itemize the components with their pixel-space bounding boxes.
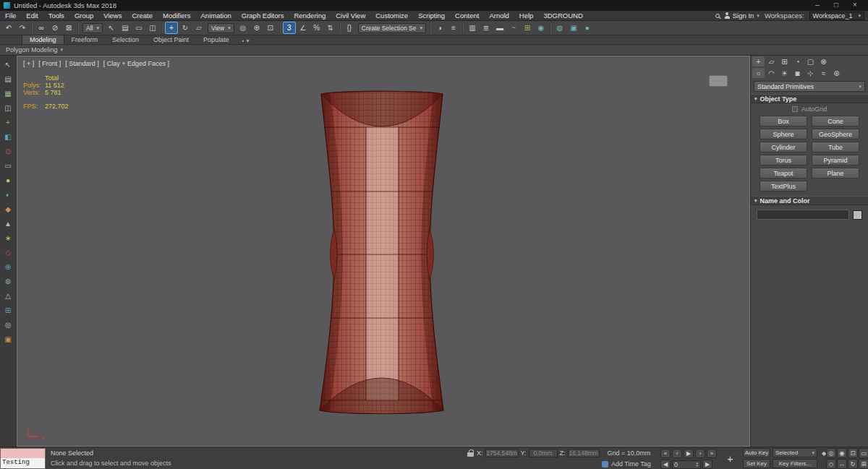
schematic-view-button[interactable]: ⊞ bbox=[521, 22, 534, 34]
menu-arnold[interactable]: Arnold bbox=[484, 11, 514, 20]
tab-create[interactable]: + bbox=[752, 56, 765, 66]
frame-spinner[interactable]: ▲▼ bbox=[696, 462, 699, 468]
previous-key-button[interactable]: ◀ bbox=[660, 460, 671, 469]
left-toolbar-button-20[interactable]: ▣ bbox=[2, 333, 14, 345]
unlink-selection-button[interactable]: ⊘ bbox=[48, 22, 61, 34]
go-to-end-button[interactable]: » bbox=[707, 449, 717, 458]
menu-civil-view[interactable]: Civil View bbox=[331, 11, 370, 20]
menu-rendering[interactable]: Rendering bbox=[289, 11, 331, 20]
scene-object-wireframe[interactable] bbox=[315, 87, 449, 419]
toggle-ribbon-button[interactable]: ▬ bbox=[493, 22, 506, 34]
ribbon-tab-selection[interactable]: Selection bbox=[105, 35, 146, 44]
maxscript-mini-listener[interactable]: Testing for bbox=[0, 448, 46, 469]
next-key-button[interactable]: ▶ bbox=[702, 460, 712, 469]
zoom-all-button[interactable]: ◉ bbox=[837, 448, 847, 458]
category-helpers[interactable]: ⊹ bbox=[804, 68, 817, 78]
key-filters-button[interactable]: Key Filters... bbox=[773, 459, 817, 468]
cone-button[interactable]: Cone bbox=[812, 116, 859, 126]
sphere-button[interactable]: Sphere bbox=[760, 129, 807, 139]
x-coordinate-field[interactable]: 2754,548m bbox=[485, 449, 519, 457]
viewport-menu-render-level[interactable]: [ Standard ] bbox=[65, 60, 99, 67]
viewport-menu-pov[interactable]: [ Front ] bbox=[38, 60, 61, 67]
menu-group[interactable]: Group bbox=[69, 11, 98, 20]
zoom-region-button[interactable]: ▭ bbox=[859, 448, 868, 458]
maximize-button[interactable]: □ bbox=[827, 0, 846, 11]
ribbon-config-icon[interactable]: ▪ bbox=[242, 38, 244, 44]
left-toolbar-button-13[interactable]: ∗ bbox=[2, 232, 14, 244]
listener-line[interactable]: Testing for bbox=[1, 458, 45, 468]
set-key-button[interactable]: Set Key bbox=[743, 459, 770, 468]
ribbon-tab-object-paint[interactable]: Object Paint bbox=[146, 35, 196, 44]
bind-to-space-warp-button[interactable]: ⊠ bbox=[62, 22, 75, 34]
selection-filter-dropdown[interactable]: All bbox=[82, 23, 103, 33]
spinner-snap-toggle[interactable]: ⇅ bbox=[324, 22, 337, 34]
angle-snap-toggle[interactable]: ∠ bbox=[297, 22, 310, 34]
left-toolbar-button-18[interactable]: ⊞ bbox=[2, 304, 14, 317]
select-and-link-button[interactable]: ∞ bbox=[35, 22, 48, 34]
use-center-button[interactable]: ◎ bbox=[237, 22, 250, 34]
select-and-move-button[interactable]: + bbox=[165, 22, 178, 34]
previous-frame-button[interactable]: ‹ bbox=[672, 449, 682, 458]
menu-graph-editors[interactable]: Graph Editors bbox=[237, 11, 289, 20]
ribbon-tab-modeling[interactable]: Modeling bbox=[22, 35, 64, 44]
cylinder-button[interactable]: Cylinder bbox=[760, 142, 807, 152]
menu-help[interactable]: Help bbox=[514, 11, 539, 20]
select-and-scale-button[interactable]: ▱ bbox=[192, 22, 205, 34]
workspace-dropdown[interactable]: Workspace_1 ▾ bbox=[809, 12, 864, 20]
rollout-name-and-color[interactable]: ▾ Name and Color bbox=[751, 196, 868, 205]
auto-key-button[interactable]: Auto Key bbox=[743, 448, 770, 457]
zoom-extents-button[interactable]: ⊡ bbox=[848, 448, 858, 458]
render-production-button[interactable]: ● bbox=[581, 22, 594, 34]
left-toolbar-button-17[interactable]: △ bbox=[2, 290, 14, 302]
tab-modify[interactable]: ▱ bbox=[765, 56, 778, 66]
field-of-view-button[interactable]: ◇ bbox=[826, 459, 836, 469]
window-crossing-toggle[interactable]: ◫ bbox=[146, 22, 159, 34]
align-button[interactable]: ≡ bbox=[447, 22, 460, 34]
pyramid-button[interactable]: Pyramid bbox=[812, 155, 859, 165]
menu-scripting[interactable]: Scripting bbox=[413, 11, 450, 20]
reference-coordinate-dropdown[interactable]: View bbox=[208, 23, 234, 33]
minimize-button[interactable]: – bbox=[808, 0, 827, 11]
absolute-offset-toggle[interactable]: + bbox=[723, 452, 737, 465]
left-toolbar-button-02[interactable]: ▤ bbox=[2, 73, 14, 85]
y-coordinate-field[interactable]: 0,0mm bbox=[529, 449, 558, 457]
category-lights[interactable]: ☀ bbox=[778, 68, 791, 78]
left-toolbar-button-16[interactable]: ⊛ bbox=[2, 275, 14, 288]
geosphere-button[interactable]: GeoSphere bbox=[812, 129, 859, 139]
left-toolbar-button-08[interactable]: ▭ bbox=[2, 160, 14, 172]
add-time-tag[interactable]: Add Time Tag bbox=[602, 460, 651, 468]
select-by-name-button[interactable]: ▤ bbox=[119, 22, 132, 34]
curve-editor-button[interactable]: ~ bbox=[507, 22, 520, 34]
toggle-scene-explorer-button[interactable]: ▥ bbox=[466, 22, 479, 34]
viewport-menu-shading[interactable]: [ Clay + Edged Faces ] bbox=[103, 60, 169, 67]
left-toolbar-button-01[interactable]: ↖ bbox=[2, 59, 14, 71]
close-button[interactable]: × bbox=[846, 0, 864, 11]
snaps-toggle-3d[interactable]: 3 bbox=[283, 22, 296, 34]
left-toolbar-button-05[interactable]: + bbox=[2, 116, 14, 129]
maximize-viewport-toggle[interactable]: ⊞ bbox=[859, 459, 868, 469]
left-toolbar-button-04[interactable]: ◫ bbox=[2, 102, 14, 114]
toggle-layer-explorer-button[interactable]: ≣ bbox=[480, 22, 493, 34]
redo-button[interactable]: ↷ bbox=[16, 22, 29, 34]
ribbon-minimize-icon[interactable]: ▾ bbox=[246, 38, 249, 44]
go-to-start-button[interactable]: « bbox=[660, 449, 671, 458]
tab-motion[interactable]: ◔ bbox=[791, 56, 804, 66]
viewcube[interactable] bbox=[709, 75, 728, 87]
left-toolbar-button-11[interactable]: ◆ bbox=[2, 203, 14, 215]
keyboard-override-toggle[interactable]: ⊡ bbox=[264, 22, 277, 34]
menu-customize[interactable]: Customize bbox=[370, 11, 413, 20]
teapot-button[interactable]: Teapot bbox=[760, 168, 807, 178]
select-and-rotate-button[interactable]: ↻ bbox=[179, 22, 192, 34]
current-frame-field[interactable]: 0 ▲▼ bbox=[672, 460, 701, 469]
tab-utilities[interactable]: ⊗ bbox=[817, 56, 830, 66]
viewport-menu-general[interactable]: [ + ] bbox=[23, 60, 34, 67]
named-selection-set-dropdown[interactable]: Create Selection Se bbox=[358, 23, 426, 33]
category-space-warps[interactable]: ≈ bbox=[817, 68, 830, 78]
tab-hierarchy[interactable]: ⊞ bbox=[778, 56, 791, 66]
selection-lock-icon[interactable] bbox=[467, 449, 475, 457]
ribbon-tab-populate[interactable]: Populate bbox=[196, 35, 237, 44]
menu-edit[interactable]: Edit bbox=[21, 11, 43, 20]
edit-named-selection-sets-button[interactable]: {} bbox=[343, 22, 356, 34]
mirror-button[interactable]: ◑ bbox=[433, 22, 446, 34]
undo-button[interactable]: ↶ bbox=[2, 22, 15, 34]
